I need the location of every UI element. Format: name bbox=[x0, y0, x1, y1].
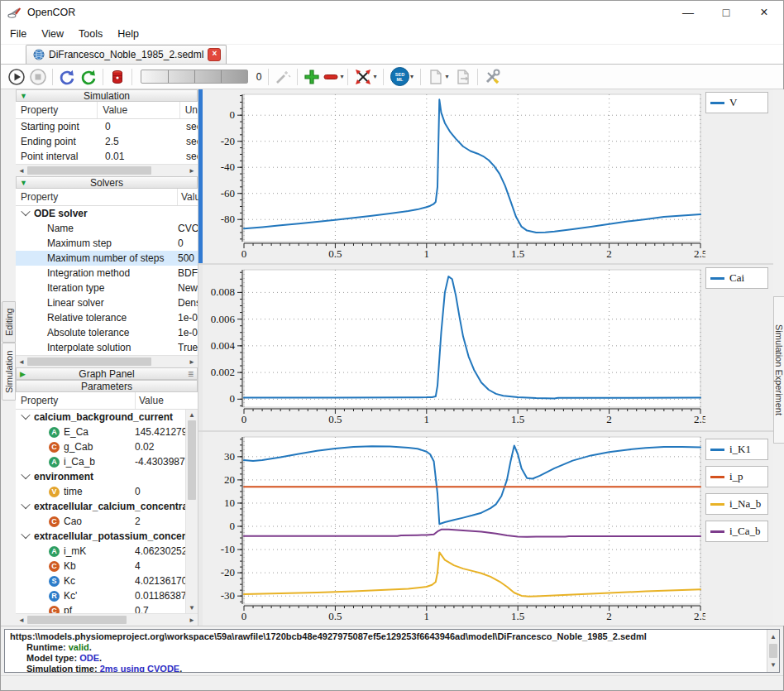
solvers-section-header[interactable]: ▼ Solvers bbox=[16, 176, 198, 189]
graph-panel-menu-icon[interactable]: ≡ bbox=[188, 368, 194, 380]
legend-entry-Cai[interactable]: Cai bbox=[705, 267, 768, 289]
parameter-row[interactable]: CCao2 bbox=[16, 514, 198, 529]
legend-line-swatch bbox=[710, 503, 724, 506]
property-row[interactable]: Relative tolerance1e-0 bbox=[16, 310, 198, 325]
graph-panel-1[interactable]: 00.511.522.50-20-40-60-80 V bbox=[198, 89, 773, 263]
parameter-row[interactable]: Ai_mK4.06230252 bbox=[16, 544, 198, 559]
legend-entry-i_Ca_b[interactable]: i_Ca_b bbox=[705, 521, 768, 542]
reload-view-button[interactable] bbox=[78, 66, 99, 88]
file-tab-close-icon[interactable]: × bbox=[208, 48, 221, 61]
simulation-hscrollbar[interactable]: ◄► bbox=[16, 164, 198, 176]
legend-entry-i_p[interactable]: i_p bbox=[705, 466, 768, 487]
parameter-type-icon: C bbox=[49, 561, 60, 572]
cellml-export-dropdown-icon[interactable]: ▾ bbox=[445, 73, 448, 80]
cellml-export-button[interactable]: ▾ bbox=[424, 66, 452, 88]
property-row[interactable]: NameCVO bbox=[16, 221, 198, 236]
left-mode-tab-strip: Editing Simulation bbox=[1, 89, 16, 626]
graph-panel-2[interactable]: 00.511.522.500.0020.0040.0060.008 Cai bbox=[198, 263, 773, 430]
remove-graphs-dropdown-icon[interactable]: ▾ bbox=[373, 73, 376, 80]
parameter-group-row[interactable]: extracellular_calcium_concentra bbox=[16, 499, 198, 514]
export-file-button[interactable] bbox=[452, 66, 474, 88]
preferences-tools-button[interactable] bbox=[481, 66, 503, 88]
svg-text:0.5: 0.5 bbox=[328, 413, 342, 425]
property-row[interactable]: Absolute tolerance1e-0 bbox=[16, 325, 198, 340]
svg-text:-40: -40 bbox=[221, 161, 235, 173]
parameter-row[interactable]: SKc4.02136170 bbox=[16, 573, 198, 588]
remove-graphs-button[interactable]: ▾ bbox=[351, 66, 380, 88]
add-graph-panel-button[interactable] bbox=[301, 66, 323, 88]
parameter-row[interactable]: AE_Ca145.421279 bbox=[16, 425, 198, 439]
graph-panel-section-header[interactable]: ▶ Graph Panel ≡ bbox=[16, 367, 198, 380]
property-row[interactable]: Point interval0.01sec bbox=[16, 149, 198, 164]
mode-tab-editing[interactable]: Editing bbox=[2, 301, 16, 343]
output-vscrollbar[interactable]: ▲▼ bbox=[767, 630, 779, 672]
maximize-button[interactable]: □ bbox=[707, 1, 745, 24]
window-title: OpenCOR bbox=[27, 7, 75, 18]
clear-simulation-results-button[interactable] bbox=[107, 66, 128, 88]
sedml-export-button[interactable]: SEDML ▾ bbox=[387, 66, 417, 88]
parameter-group-row[interactable]: calcium_background_current bbox=[16, 410, 198, 425]
minimize-button[interactable]: — bbox=[669, 1, 707, 24]
legend-label: V bbox=[729, 96, 737, 109]
development-mode-wand-icon[interactable] bbox=[272, 66, 294, 88]
property-row[interactable]: Linear solverDens bbox=[16, 295, 198, 310]
remove-graph-panel-dropdown-icon[interactable]: ▾ bbox=[340, 73, 343, 80]
property-row[interactable]: Iteration typeNew bbox=[16, 281, 198, 295]
property-row[interactable]: Starting point0sec bbox=[16, 119, 198, 134]
tab-simulation-experiment[interactable]: Simulation Experiment bbox=[773, 296, 784, 444]
property-row[interactable]: Maximum step0 bbox=[16, 236, 198, 251]
close-button[interactable]: × bbox=[745, 1, 783, 24]
svg-text:2.5: 2.5 bbox=[694, 413, 705, 425]
parameter-group-row[interactable]: environment bbox=[16, 469, 198, 484]
property-row[interactable]: Maximum number of steps500 bbox=[16, 251, 198, 266]
model-url: https:\\models.physiomeproject.org\works… bbox=[10, 631, 762, 642]
plot-svg-3[interactable]: 00.511.522.53020100-10-20-30 bbox=[203, 432, 705, 626]
svg-text:0: 0 bbox=[241, 413, 247, 425]
parameter-row[interactable]: Ai_Ca_b-4.4303987 bbox=[16, 454, 198, 469]
menu-view[interactable]: View bbox=[34, 26, 71, 41]
legend-label: i_K1 bbox=[729, 443, 751, 456]
solver-group-row[interactable]: ODE solver bbox=[16, 206, 198, 221]
graph-panel-3[interactable]: 00.511.522.53020100-10-20-30 i_K1i_pi_Na… bbox=[198, 430, 773, 627]
svg-text:-20: -20 bbox=[221, 566, 235, 578]
plot-svg-2[interactable]: 00.511.522.500.0020.0040.0060.008 bbox=[203, 265, 705, 429]
parameter-group-row[interactable]: extracellular_potassium_concen bbox=[16, 529, 198, 544]
file-tab[interactable]: DiFrancesco_Noble_1985_2.sedml × bbox=[26, 45, 227, 64]
simulation-section-header[interactable]: ▼ Simulation bbox=[16, 89, 198, 102]
parameter-type-icon: C bbox=[49, 516, 60, 527]
parameter-row[interactable]: CKb4 bbox=[16, 559, 198, 573]
menu-help[interactable]: Help bbox=[110, 26, 146, 41]
parameters-vscrollbar[interactable]: ▲▼ bbox=[185, 410, 198, 613]
parameter-row[interactable]: Cpf0.7 bbox=[16, 603, 198, 613]
parameters-section-header[interactable]: Parameters bbox=[16, 380, 198, 392]
solvers-hscrollbar[interactable]: ◄► bbox=[16, 355, 198, 367]
legend-entry-i_K1[interactable]: i_K1 bbox=[705, 439, 768, 460]
legend-entry-i_Na_b[interactable]: i_Na_b bbox=[705, 493, 768, 515]
menu-tools[interactable]: Tools bbox=[71, 26, 110, 41]
svg-text:0.5: 0.5 bbox=[328, 610, 342, 622]
parameter-type-icon: C bbox=[49, 606, 60, 614]
remove-graph-panel-button[interactable]: ▾ bbox=[323, 66, 344, 88]
parameter-row[interactable]: Cg_Cab0.02 bbox=[16, 439, 198, 454]
reset-model-parameters-button[interactable] bbox=[56, 66, 78, 88]
sedml-dropdown-icon[interactable]: ▾ bbox=[410, 73, 414, 80]
solvers-section-title: Solvers bbox=[17, 177, 197, 189]
parameters-hscrollbar[interactable]: ◄► bbox=[16, 613, 198, 626]
property-row[interactable]: Integration methodBDF bbox=[16, 266, 198, 281]
legend-entry-V[interactable]: V bbox=[705, 92, 768, 113]
parameters-column-header: Property Value bbox=[16, 392, 198, 410]
simulation-delay-slider[interactable] bbox=[141, 70, 248, 84]
run-simulation-button[interactable] bbox=[6, 66, 27, 88]
stop-simulation-button[interactable] bbox=[27, 66, 49, 88]
menu-file[interactable]: File bbox=[2, 26, 34, 41]
legend-label: i_Ca_b bbox=[729, 525, 761, 538]
property-row[interactable]: Interpolate solutionTrue bbox=[16, 340, 198, 355]
simulation-section-title: Simulation bbox=[17, 90, 197, 102]
plot-svg-1[interactable]: 00.511.522.50-20-40-60-80 bbox=[203, 89, 705, 263]
parameter-row[interactable]: RKc'0.01186387 bbox=[16, 588, 198, 603]
parameter-row[interactable]: Vtime0 bbox=[16, 484, 198, 499]
legend-line-swatch bbox=[710, 530, 724, 533]
solvers-rows: ODE solverNameCVOMaximum step0Maximum nu… bbox=[16, 206, 198, 355]
mode-tab-simulation[interactable]: Simulation bbox=[2, 343, 16, 401]
property-row[interactable]: Ending point2.5sec bbox=[16, 134, 198, 149]
